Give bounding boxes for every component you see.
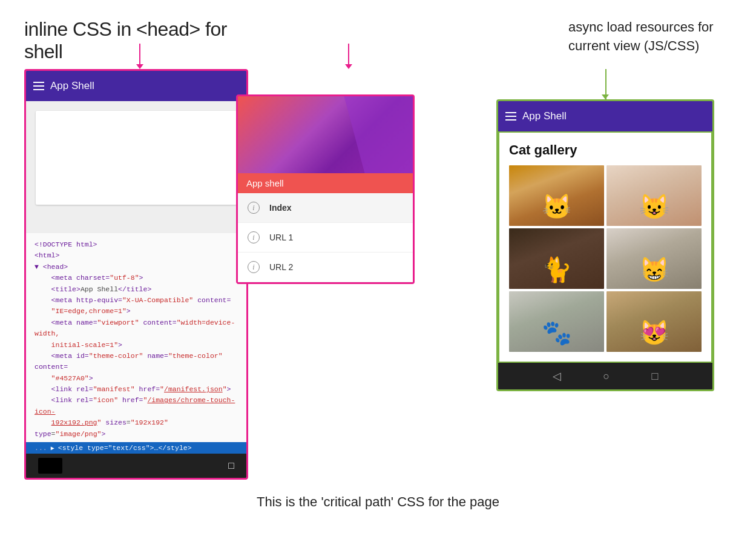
right-arrow-container — [496, 69, 714, 99]
cat-gallery-title: Cat gallery — [509, 142, 702, 158]
phone-middle-menu: i Index i URL 1 i URL 2 — [238, 193, 413, 282]
menu-label-url2: URL 2 — [269, 262, 293, 272]
hamburger-icon-right — [505, 112, 516, 121]
cat-image-5 — [509, 291, 604, 352]
home-button[interactable]: ○ — [603, 370, 610, 383]
phone-middle-mockup: App shell i Index i URL 1 i U — [236, 94, 415, 284]
info-icon-1: i — [248, 202, 260, 214]
right-phone-section: App Shell Cat gallery ◁ ○ — [496, 69, 714, 391]
menu-label-index: Index — [269, 203, 292, 213]
phone-left-title: App Shell — [50, 80, 94, 92]
phone-card — [36, 111, 237, 205]
phone-left-mockup: App Shell <!DOCTYPE html> <html> ▼ <head… — [24, 69, 248, 480]
cat-gallery-grid — [509, 165, 702, 352]
cat-image-6 — [606, 291, 702, 352]
top-label-left: inline CSS in <head> for shell — [24, 18, 266, 69]
cat-image-4 — [606, 228, 702, 289]
phone-right-title: App Shell — [522, 110, 567, 122]
menu-item-url1[interactable]: i URL 1 — [238, 223, 413, 253]
code-highlight-bar: ... ▶ ... ▶ <style type="text/css">…</st… — [26, 442, 246, 454]
info-icon-3: i — [248, 261, 260, 273]
menu-item-index[interactable]: i Index — [238, 193, 413, 223]
phone-right-topbar: App Shell — [498, 101, 712, 131]
phone-left-content — [26, 101, 246, 234]
phone-middle-hero: App shell — [238, 96, 413, 193]
recents-button[interactable]: □ — [652, 370, 659, 383]
phone-left-bottombar: □ — [26, 454, 246, 478]
hamburger-icon — [33, 82, 44, 90]
black-rect — [38, 458, 62, 474]
phone-right-content: Cat gallery — [498, 131, 712, 363]
green-arrow-head — [602, 94, 609, 99]
cat-image-2 — [606, 165, 702, 226]
cat-image-1 — [509, 165, 604, 226]
nav-square-icon: □ — [228, 460, 234, 471]
phone-right-mockup: App Shell Cat gallery ◁ ○ — [496, 99, 714, 391]
code-snippet: <!DOCTYPE html> <html> ▼ <head> <meta ch… — [26, 233, 246, 442]
info-icon-2: i — [248, 231, 260, 243]
hero-app-shell-label: App shell — [238, 173, 413, 193]
cat-image-3 — [509, 228, 604, 289]
menu-label-url1: URL 1 — [269, 233, 293, 242]
phone-right-bottombar: ◁ ○ □ — [498, 363, 712, 389]
menu-item-url2[interactable]: i URL 2 — [238, 253, 413, 282]
back-button[interactable]: ◁ — [553, 369, 561, 383]
phone-left-topbar: App Shell — [26, 71, 246, 101]
top-label-right: async load resources for current view (J… — [562, 18, 732, 56]
bottom-label: This is the 'critical path' CSS for the … — [24, 494, 732, 510]
